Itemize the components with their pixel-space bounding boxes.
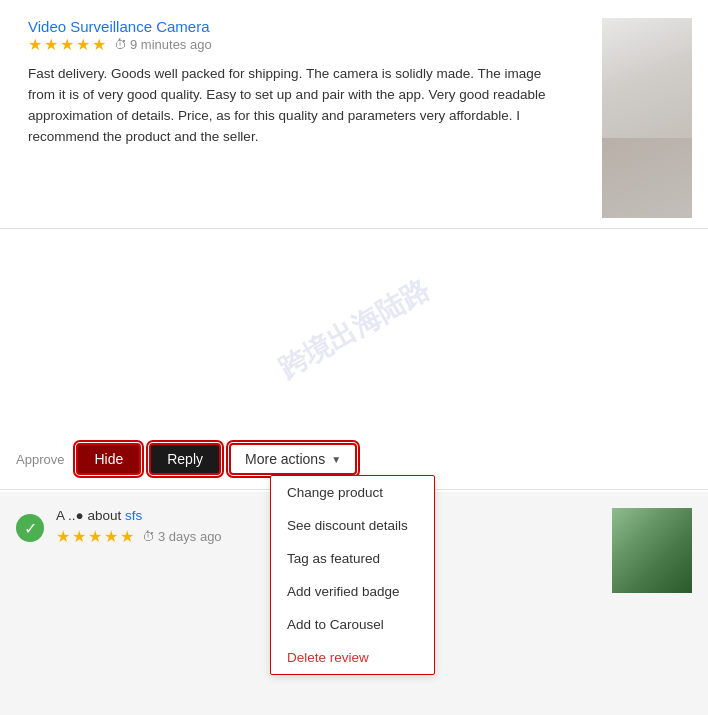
bottom-time-ago: 3 days ago [158, 529, 222, 544]
time-ago-text: 9 minutes ago [130, 37, 212, 52]
spacer: 跨境出海陆路 [0, 229, 708, 429]
main-container: Video Surveillance Camera ★ ★ ★ ★ ★ ⏱ 9 … [0, 0, 708, 605]
review-meta: ★ ★ ★ ★ ★ ⏱ 9 minutes ago [28, 35, 602, 54]
action-bar: Approve Hide Reply More actions ▼ Change… [0, 429, 708, 490]
b-star-2: ★ [72, 527, 86, 546]
reviewer-name: A ..● [56, 508, 84, 523]
star-1: ★ [28, 35, 42, 54]
star-4: ★ [76, 35, 90, 54]
b-star-5: ★ [120, 527, 134, 546]
dropdown-item-change-product[interactable]: Change product [271, 476, 434, 509]
dropdown-menu: Change product See discount details Tag … [270, 475, 435, 675]
bottom-star-rating: ★ ★ ★ ★ ★ [56, 527, 134, 546]
hide-button[interactable]: Hide [76, 443, 141, 475]
dropdown-item-tag-featured[interactable]: Tag as featured [271, 542, 434, 575]
b-star-1: ★ [56, 527, 70, 546]
dropdown-item-discount-details[interactable]: See discount details [271, 509, 434, 542]
bottom-clock-icon: ⏱ [142, 529, 155, 544]
product-image [602, 18, 692, 218]
bottom-time-info: ⏱ 3 days ago [142, 529, 222, 544]
star-5: ★ [92, 35, 106, 54]
star-rating: ★ ★ ★ ★ ★ [28, 35, 106, 54]
product-title[interactable]: Video Surveillance Camera [28, 18, 210, 35]
star-3: ★ [60, 35, 74, 54]
dropdown-item-carousel[interactable]: Add to Carousel [271, 608, 434, 641]
approved-check-icon: ✓ [16, 514, 44, 542]
clock-icon: ⏱ [114, 37, 127, 52]
about-label: about [87, 508, 125, 523]
more-actions-label: More actions [245, 451, 325, 467]
watermark: 跨境出海陆路 [272, 271, 436, 388]
review-top-section: Video Surveillance Camera ★ ★ ★ ★ ★ ⏱ 9 … [0, 0, 708, 490]
chevron-down-icon: ▼ [331, 454, 341, 465]
star-2: ★ [44, 35, 58, 54]
more-actions-button[interactable]: More actions ▼ [229, 443, 357, 475]
b-star-4: ★ [104, 527, 118, 546]
b-star-3: ★ [88, 527, 102, 546]
review-text: Fast delivery. Goods well packed for shi… [28, 64, 548, 148]
review-top: Video Surveillance Camera ★ ★ ★ ★ ★ ⏱ 9 … [0, 0, 708, 229]
shop-link[interactable]: sfs [125, 508, 142, 523]
time-info: ⏱ 9 minutes ago [114, 37, 212, 52]
dropdown-item-delete-review[interactable]: Delete review [271, 641, 434, 674]
approve-label: Approve [16, 452, 64, 467]
review-content: Video Surveillance Camera ★ ★ ★ ★ ★ ⏱ 9 … [16, 18, 602, 218]
bottom-review-image [612, 508, 692, 593]
reply-button[interactable]: Reply [149, 443, 221, 475]
dropdown-item-verified-badge[interactable]: Add verified badge [271, 575, 434, 608]
